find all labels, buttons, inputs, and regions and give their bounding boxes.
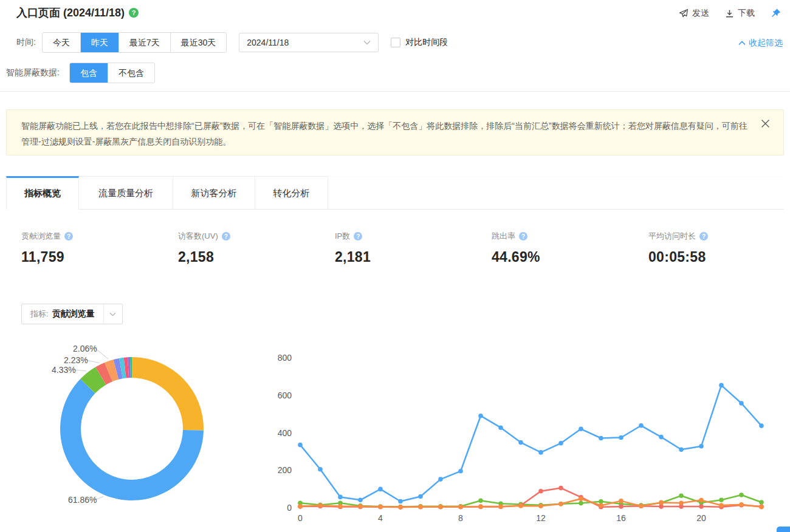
data-point[interactable] <box>759 500 764 505</box>
data-point[interactable] <box>338 495 343 500</box>
data-point[interactable] <box>599 503 603 508</box>
data-point[interactable] <box>739 401 744 406</box>
data-point[interactable] <box>418 505 423 510</box>
page-title: 入口页面 (2024/11/18) <box>16 5 125 20</box>
metric-label: 贡献浏览量 <box>21 231 61 242</box>
close-icon[interactable] <box>761 119 770 128</box>
time-option-yesterday[interactable]: 昨天 <box>80 33 118 52</box>
data-point[interactable] <box>478 499 483 503</box>
entry-page-share-donut-chart[interactable]: 61.86%4.33%2.23%2.06% <box>18 338 255 532</box>
date-picker-value: 2024/11/18 <box>247 38 289 47</box>
data-point[interactable] <box>398 499 403 504</box>
data-point[interactable] <box>398 505 403 510</box>
download-label: 下载 <box>738 8 755 19</box>
time-option-last7days[interactable]: 最近7天 <box>118 33 170 52</box>
data-point[interactable] <box>478 504 483 509</box>
data-point[interactable] <box>378 487 383 492</box>
data-point[interactable] <box>599 436 603 441</box>
data-point[interactable] <box>498 504 503 509</box>
metric-uv: 访客数(UV) 2,158 <box>178 231 335 265</box>
data-point[interactable] <box>498 425 503 430</box>
metric-help-icon[interactable] <box>699 232 708 240</box>
data-point[interactable] <box>418 494 423 499</box>
data-point[interactable] <box>538 450 543 455</box>
data-point[interactable] <box>579 427 583 432</box>
tab-traffic-quality[interactable]: 流量质量分析 <box>79 176 173 210</box>
pin-button[interactable] <box>771 8 781 19</box>
donut-slice-label: 2.23% <box>64 355 88 365</box>
data-point[interactable] <box>458 505 463 510</box>
data-point[interactable] <box>719 383 724 388</box>
data-point[interactable] <box>579 496 583 501</box>
hourly-trend-line-chart[interactable]: 0200400600800048121620 <box>267 339 790 532</box>
data-point[interactable] <box>599 499 603 504</box>
data-point[interactable] <box>659 500 664 505</box>
collapse-filter-link[interactable]: 收起筛选 <box>738 38 783 49</box>
data-point[interactable] <box>538 503 543 508</box>
data-point[interactable] <box>679 493 684 498</box>
data-point[interactable] <box>619 504 623 509</box>
data-point[interactable] <box>699 444 704 449</box>
tab-new-visitor[interactable]: 新访客分析 <box>173 176 255 210</box>
data-point[interactable] <box>719 498 724 503</box>
data-point[interactable] <box>438 505 443 510</box>
data-point[interactable] <box>478 414 483 418</box>
data-point[interactable] <box>458 469 463 474</box>
data-point[interactable] <box>659 435 664 440</box>
time-option-last30days[interactable]: 最近30天 <box>170 33 227 52</box>
help-icon[interactable] <box>129 8 139 18</box>
data-point[interactable] <box>538 489 543 494</box>
data-point[interactable] <box>298 443 303 448</box>
data-point[interactable] <box>679 501 684 506</box>
data-point[interactable] <box>318 503 323 508</box>
data-point[interactable] <box>358 504 363 509</box>
data-point[interactable] <box>558 486 563 491</box>
send-button[interactable]: 发送 <box>679 8 709 19</box>
metric-help-icon[interactable] <box>354 232 362 240</box>
floating-action-button[interactable] <box>777 527 790 532</box>
data-point[interactable] <box>699 498 704 503</box>
data-point[interactable] <box>679 448 684 452</box>
data-point[interactable] <box>739 502 744 507</box>
tab-conversion[interactable]: 转化分析 <box>255 176 328 210</box>
metric-help-icon[interactable] <box>222 232 230 240</box>
data-point[interactable] <box>619 435 623 440</box>
data-point[interactable] <box>358 498 363 503</box>
time-option-today[interactable]: 今天 <box>43 33 80 52</box>
data-point[interactable] <box>719 503 724 508</box>
date-picker-input[interactable]: 2024/11/18 <box>239 33 379 52</box>
y-axis-tick-label: 600 <box>278 390 292 400</box>
donut-slice[interactable] <box>132 357 204 431</box>
data-point[interactable] <box>438 477 443 482</box>
y-axis-tick-label: 200 <box>278 465 292 475</box>
data-point[interactable] <box>639 423 644 428</box>
metric-selector-dropdown[interactable]: 指标: 贡献浏览量 <box>21 304 123 324</box>
data-point[interactable] <box>739 493 744 497</box>
data-point[interactable] <box>759 423 764 428</box>
data-point[interactable] <box>659 504 664 509</box>
tab-metric-overview[interactable]: 指标概览 <box>6 176 79 210</box>
metric-value: 00:05:58 <box>648 249 790 265</box>
data-point[interactable] <box>699 504 704 509</box>
data-point[interactable] <box>318 467 323 472</box>
shield-option-include[interactable]: 包含 <box>70 63 108 83</box>
data-point[interactable] <box>558 502 563 506</box>
data-point[interactable] <box>338 504 343 509</box>
compare-checkbox[interactable] <box>391 38 400 47</box>
data-point[interactable] <box>558 441 563 446</box>
data-point[interactable] <box>518 503 523 508</box>
data-point[interactable] <box>619 499 623 503</box>
data-point[interactable] <box>378 505 383 510</box>
shield-option-exclude[interactable]: 不包含 <box>108 63 154 83</box>
metric-help-icon[interactable] <box>64 232 73 240</box>
metric-ip: IP数 2,181 <box>335 231 492 265</box>
data-point[interactable] <box>639 503 644 508</box>
download-button[interactable]: 下载 <box>725 8 755 19</box>
metric-help-icon[interactable] <box>519 232 527 240</box>
data-point[interactable] <box>298 504 303 509</box>
data-point[interactable] <box>759 505 764 510</box>
tabs-filler <box>328 176 784 210</box>
x-axis-tick-label: 16 <box>616 513 626 523</box>
data-point[interactable] <box>518 440 523 445</box>
data-point[interactable] <box>579 501 583 506</box>
